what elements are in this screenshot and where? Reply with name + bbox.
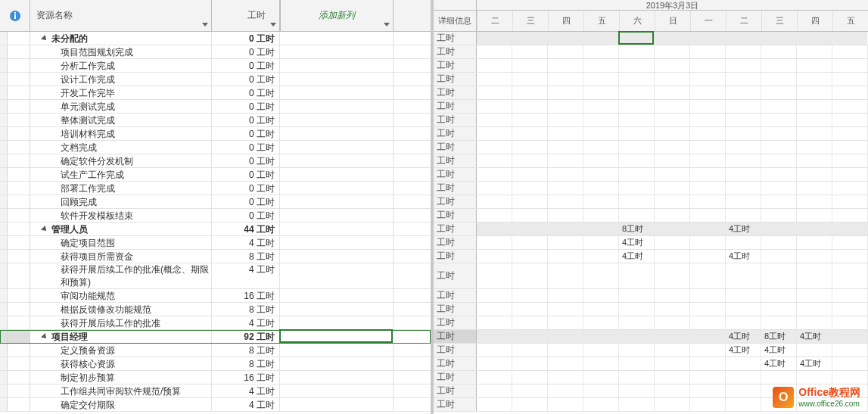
timephased-cell[interactable] [477, 182, 512, 195]
dropdown-arrow-icon[interactable] [270, 23, 276, 26]
timephased-cell[interactable] [548, 371, 583, 384]
timephased-cell[interactable] [832, 100, 868, 113]
timephased-cell[interactable] [761, 303, 797, 316]
timephased-cell[interactable] [797, 195, 832, 208]
timephased-cell[interactable] [548, 86, 583, 99]
add-column-cell[interactable] [280, 209, 394, 222]
timephased-cell[interactable] [726, 127, 761, 140]
timephased-cell[interactable] [832, 168, 868, 181]
timephased-cell[interactable] [761, 141, 797, 154]
timephased-cell[interactable]: 4工时 [797, 330, 832, 343]
timephased-cell[interactable] [512, 154, 548, 167]
timephased-cell[interactable] [726, 303, 761, 316]
timephased-cell[interactable] [583, 127, 619, 140]
timephased-cell[interactable] [832, 182, 868, 195]
timephased-cell[interactable] [655, 316, 690, 329]
timephased-cell[interactable] [583, 398, 619, 411]
timephased-cell[interactable] [832, 209, 868, 222]
timephased-cell[interactable] [761, 114, 797, 126]
info-column-header[interactable] [0, 0, 30, 31]
timephased-cell[interactable] [512, 289, 548, 302]
timephased-cell[interactable] [548, 114, 583, 126]
timephased-cell[interactable]: 4工时 [797, 357, 832, 370]
timephased-cell[interactable] [690, 316, 726, 329]
timephased-cell[interactable] [655, 114, 690, 126]
timephased-cell[interactable] [797, 250, 832, 263]
timephased-cell[interactable] [477, 114, 512, 126]
table-row[interactable]: 获得开展后续工作的批准4 工时 [0, 316, 431, 330]
timephased-cell[interactable] [690, 289, 726, 302]
add-column-cell[interactable] [280, 357, 394, 370]
timephased-cell[interactable] [548, 32, 583, 45]
resource-name-cell[interactable]: 审阅功能规范 [30, 289, 212, 302]
timephased-cell[interactable] [512, 384, 548, 397]
table-row[interactable]: 工作组共同审阅软件规范/预算4 工时 [0, 384, 431, 398]
timephased-cell[interactable] [726, 195, 761, 208]
work-cell[interactable]: 4 工时 [212, 398, 280, 411]
work-cell[interactable]: 0 工时 [212, 209, 280, 222]
timephased-cell[interactable] [655, 182, 690, 195]
dropdown-arrow-icon[interactable] [384, 23, 390, 26]
add-new-column-header[interactable]: 添加新列 [280, 0, 394, 31]
timephased-cell[interactable] [477, 316, 512, 329]
timephased-cell[interactable] [726, 114, 761, 126]
timephased-cell[interactable] [655, 330, 690, 343]
timephased-cell[interactable] [690, 344, 726, 356]
day-column-header[interactable]: 一 [690, 11, 726, 31]
timephased-cell[interactable] [832, 263, 868, 288]
timephased-row[interactable]: 工时 [434, 32, 868, 45]
table-row[interactable]: 未分配的0 工时 [0, 32, 431, 45]
timephased-cell[interactable] [548, 209, 583, 222]
table-row[interactable]: 单元测试完成0 工时 [0, 100, 431, 114]
timephased-cell[interactable] [512, 223, 548, 235]
timephased-cell[interactable] [655, 45, 690, 58]
timephased-cell[interactable] [583, 344, 619, 356]
timephased-cell[interactable] [477, 168, 512, 181]
timephased-cell[interactable] [690, 154, 726, 167]
timephased-cell[interactable] [477, 236, 512, 249]
timephased-cell[interactable] [477, 330, 512, 343]
resource-name-cell[interactable]: 确定项目范围 [30, 236, 212, 249]
timephased-cell[interactable] [655, 141, 690, 154]
timephased-cell[interactable]: 8工时 [761, 330, 797, 343]
timephased-cell[interactable] [512, 100, 548, 113]
day-column-header[interactable]: 二 [477, 11, 512, 31]
timephased-cell[interactable] [726, 168, 761, 181]
timephased-cell[interactable] [477, 384, 512, 397]
timephased-cell[interactable] [726, 45, 761, 58]
timephased-cell[interactable] [761, 236, 797, 249]
timephased-cell[interactable] [477, 209, 512, 222]
table-row[interactable]: 获得项目所需资金8 工时 [0, 250, 431, 263]
timephased-cell[interactable] [477, 127, 512, 140]
timephased-cell[interactable] [583, 330, 619, 343]
timephased-cell[interactable] [548, 384, 583, 397]
work-cell[interactable]: 4 工时 [212, 236, 280, 249]
resource-name-column-header[interactable]: 资源名称 [30, 0, 212, 31]
table-row[interactable]: 软件开发模板结束0 工时 [0, 209, 431, 223]
day-column-header[interactable]: 日 [655, 11, 690, 31]
table-row[interactable]: 根据反馈修改功能规范8 工时 [0, 303, 431, 316]
timephased-row[interactable]: 工时 [434, 86, 868, 100]
add-column-cell[interactable] [280, 59, 394, 72]
timephased-cell[interactable] [477, 86, 512, 99]
work-cell[interactable]: 0 工时 [212, 154, 280, 167]
timephased-row[interactable]: 工时 [434, 263, 868, 289]
resource-name-cell[interactable]: 获得核心资源 [30, 357, 212, 370]
timephased-cell[interactable] [548, 223, 583, 235]
table-row[interactable]: 部署工作完成0 工时 [0, 182, 431, 195]
timephased-cell[interactable] [512, 127, 548, 140]
timephased-cell[interactable] [548, 154, 583, 167]
timephased-cell[interactable] [690, 398, 726, 411]
timephased-cell[interactable] [583, 250, 619, 263]
timephased-cell[interactable] [619, 73, 655, 86]
timephased-cell[interactable] [726, 86, 761, 99]
timephased-cell[interactable] [690, 73, 726, 86]
timephased-cell[interactable] [583, 195, 619, 208]
timephased-cell[interactable] [655, 86, 690, 99]
work-cell[interactable]: 92 工时 [212, 330, 280, 343]
work-cell[interactable]: 16 工时 [212, 289, 280, 302]
timephased-cell[interactable] [726, 59, 761, 72]
timephased-cell[interactable] [655, 398, 690, 411]
timephased-cell[interactable] [726, 371, 761, 384]
timephased-cell[interactable] [512, 59, 548, 72]
